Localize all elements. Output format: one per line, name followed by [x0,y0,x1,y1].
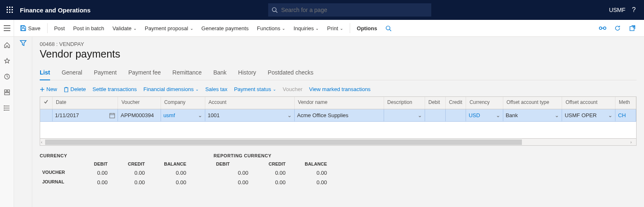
col-account[interactable]: Account [205,97,295,109]
filter-icon[interactable] [19,39,27,207]
modules-icon[interactable] [1,102,13,114]
refresh-icon[interactable] [612,22,623,34]
help-icon[interactable]: ? [632,6,636,14]
svg-line-17 [389,29,391,31]
chevron-down-icon[interactable]: ⌄ [555,112,559,118]
grid-header-row: Date Voucher Company Account Vendor name… [40,97,636,109]
inquiries-menu[interactable]: Inquiries⌄ [289,20,323,36]
home-icon[interactable] [1,39,13,51]
chevron-down-icon: ⌄ [315,26,319,31]
col-credit[interactable]: Credit [446,97,466,109]
chevron-down-icon[interactable]: ⌄ [198,112,202,118]
favorites-icon[interactable] [1,55,13,67]
cell-currency[interactable]: USD⌄ [466,109,503,121]
financial-dimensions-menu[interactable]: Financial dimensions⌄ [144,86,199,92]
check-icon [43,99,48,104]
print-menu[interactable]: Print⌄ [323,20,347,36]
settle-transactions-button[interactable]: Settle transactions [93,86,137,92]
select-all-checkbox[interactable] [40,97,53,109]
chevron-down-icon[interactable]: ⌄ [608,112,613,118]
currency-totals: CURRENCY DEBIT CREDIT BALANCE VOUCHER 0.… [40,153,189,187]
grid-row[interactable]: 1/11/2017 APPM000394 usmf⌄ 1001⌄ Acme Of… [40,109,636,122]
col-description[interactable]: Description [384,97,425,109]
cell-account[interactable]: 1001⌄ [205,109,295,121]
post-button[interactable]: Post [50,20,69,36]
col-vendor-name[interactable]: Vendor name [295,97,384,109]
tab-postdated-checks[interactable]: Postdated checks [268,67,314,80]
cell-date[interactable]: 1/11/2017 [53,109,118,121]
search-box[interactable] [268,3,431,17]
cell-method[interactable]: CH [615,109,636,121]
chevron-down-icon[interactable]: ⌄ [287,112,292,118]
plus-icon [40,87,45,92]
col-company[interactable]: Company [161,97,205,109]
left-nav-rail [0,37,14,207]
tab-payment-fee[interactable]: Payment fee [128,67,161,80]
app-launcher-icon[interactable] [3,3,17,17]
save-button[interactable]: Save [16,20,45,36]
chevron-down-icon[interactable]: ⌄ [418,112,422,118]
chevron-down-icon: ⌄ [340,26,343,31]
col-debit[interactable]: Debit [425,97,446,109]
cell-credit[interactable] [446,109,466,121]
post-in-batch-button[interactable]: Post in batch [69,20,108,36]
workspaces-icon[interactable] [1,87,13,98]
delete-button[interactable]: Delete [64,86,86,92]
svg-point-19 [603,27,606,29]
cell-company[interactable]: usmf⌄ [161,109,205,121]
currency-heading: CURRENCY [40,153,189,158]
view-marked-button[interactable]: View marked transactions [309,86,371,92]
scroll-thumb[interactable] [45,140,522,145]
page-title: Vendor payments [40,48,637,60]
horizontal-scrollbar[interactable]: ‹ › [40,139,637,146]
tab-list[interactable]: List [40,67,50,80]
col-date[interactable]: Date [53,97,118,109]
rep-journal-balance: 0.00 [288,178,329,187]
tab-bank[interactable]: Bank [213,67,226,80]
chevron-down-icon[interactable]: ⌄ [496,112,500,118]
col-offset-account[interactable]: Offset account [562,97,615,109]
reporting-currency-totals: REPORTING CURRENCY DEBIT CREDIT BALANCE … [214,153,329,187]
recent-icon[interactable] [1,71,13,82]
row-selector[interactable] [40,109,53,121]
payment-status-menu[interactable]: Payment status⌄ [234,86,276,92]
col-offset-type[interactable]: Offset account type [503,97,562,109]
find-button[interactable] [381,20,396,36]
voucher-button: Voucher [283,86,303,92]
col-method[interactable]: Meth [615,97,636,109]
app-header: Finance and Operations USMF ? [0,0,644,20]
new-button[interactable]: New [40,86,57,92]
validate-menu[interactable]: Validate⌄ [108,20,141,36]
payment-proposal-menu[interactable]: Payment proposal⌄ [141,20,197,36]
cell-vendor-name[interactable]: Acme Office Supplies [295,109,384,121]
cell-offset-type[interactable]: Bank⌄ [503,109,562,121]
tab-payment[interactable]: Payment [94,67,117,80]
generate-payments-button[interactable]: Generate payments [197,20,253,36]
sales-tax-button[interactable]: Sales tax [205,86,227,92]
cell-offset-account[interactable]: USMF OPER⌄ [562,109,615,121]
rep-journal-credit: 0.00 [251,178,288,187]
search-input[interactable] [281,7,428,13]
cell-description[interactable]: ⌄ [384,109,425,121]
calendar-icon[interactable] [109,113,115,118]
tab-general[interactable]: General [62,67,82,80]
company-code[interactable]: USMF [609,7,625,13]
svg-rect-3 [7,9,8,10]
functions-menu[interactable]: Functions⌄ [253,20,289,36]
cell-debit[interactable] [425,109,446,121]
col-voucher[interactable]: Voucher [118,97,161,109]
rep-col-credit: CREDIT [251,160,288,168]
scroll-right-arrow[interactable]: › [630,140,635,144]
tab-remittance[interactable]: Remittance [173,67,202,80]
tab-history[interactable]: History [238,67,256,80]
connector-icon[interactable] [597,22,608,34]
rep-col-debit: DEBIT [214,160,251,168]
cell-voucher[interactable]: APPM000394 [118,109,161,121]
chevron-down-icon: ⌄ [273,87,276,91]
hamburger-menu-icon[interactable] [0,20,14,36]
popout-icon[interactable] [627,22,638,34]
col-currency[interactable]: Currency [466,97,503,109]
col-balance-label: BALANCE [147,160,189,168]
scroll-left-arrow[interactable]: ‹ [41,140,46,144]
options-button[interactable]: Options [353,20,381,36]
